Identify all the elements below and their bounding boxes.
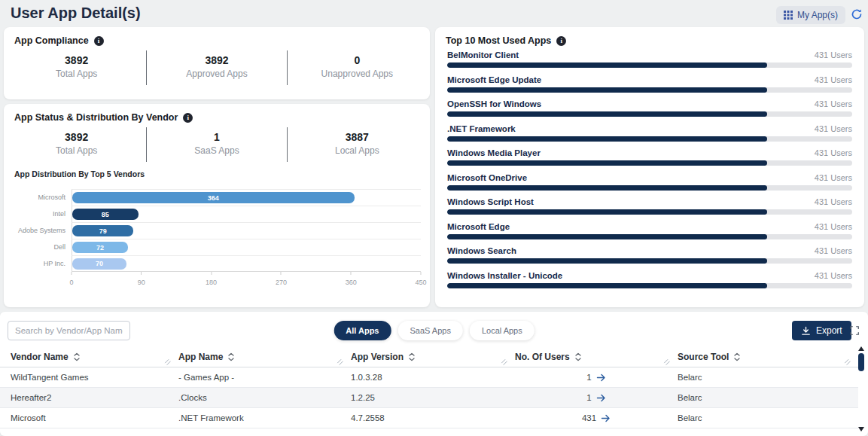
users-count: 1 (586, 393, 591, 402)
list-item[interactable]: Microsoft OneDrive 431 Users (447, 173, 852, 191)
apps-filter-tabs: All Apps SaaS Apps Local Apps (333, 321, 534, 340)
chart-bar[interactable]: 72 (72, 242, 128, 253)
arrow-right-icon[interactable] (596, 394, 606, 402)
column-resize-handle[interactable] (844, 358, 851, 365)
users-count: 431 (582, 413, 596, 422)
status-stats: 3892 Total Apps 1 SaaS Apps 3887 Local A… (4, 127, 430, 162)
stat-block: 0 Unapproved Apps (287, 50, 427, 85)
app-name: .NET Framework (447, 124, 516, 133)
stat-label: Approved Apps (147, 69, 286, 79)
sort-icon[interactable] (73, 352, 81, 361)
usage-bar-track (447, 234, 852, 239)
chart-bar[interactable]: 364 (72, 192, 355, 203)
cell-source-tool: Belarc (678, 373, 858, 382)
usage-bar-track (447, 87, 852, 93)
column-header[interactable]: App Name (178, 352, 351, 362)
scroll-down-arrow[interactable] (858, 427, 864, 431)
filter-tab[interactable]: Local Apps (470, 321, 535, 340)
usage-bar-track (447, 63, 852, 68)
search-input[interactable] (8, 321, 130, 340)
chart-bar-value: 85 (102, 211, 109, 218)
list-item[interactable]: Microsoft Edge Update 431 Users (447, 75, 852, 93)
scrollbar-thumb[interactable] (858, 353, 864, 371)
list-item[interactable]: Windows Search 431 Users (447, 246, 852, 264)
chart-bar-value: 79 (99, 227, 107, 235)
column-header[interactable]: No. Of Users (515, 352, 678, 362)
chart-bar-value: 72 (96, 244, 104, 252)
list-item[interactable]: OpenSSH for Windows 431 Users (447, 99, 852, 117)
chart-bar[interactable]: 79 (72, 225, 133, 236)
filter-tab[interactable]: SaaS Apps (397, 321, 462, 340)
list-item[interactable]: Windows Script Host 431 Users (447, 197, 852, 215)
cell-app-version: 1.2.25 (351, 393, 515, 402)
sort-icon[interactable] (227, 352, 235, 361)
filter-tab[interactable]: All Apps (333, 321, 391, 340)
chart-bar-value: 364 (208, 194, 219, 202)
app-users-count: 431 Users (815, 99, 852, 108)
app-name: Microsoft Edge (447, 222, 510, 231)
download-icon (801, 326, 811, 336)
scroll-up-arrow[interactable] (858, 346, 864, 351)
refresh-icon[interactable] (851, 8, 864, 21)
table-row[interactable]: Hereafter2 .Clocks 1.2.25 1 Belarc (0, 388, 858, 408)
app-status-title: App Status & Distribution By Vendor (14, 112, 178, 123)
list-item[interactable]: .NET Framework 431 Users (447, 124, 852, 142)
chart-row: Microsoft 364 (8, 189, 421, 206)
table-row[interactable]: Microsoft .NET Framework 4.7.2558 431 Be… (0, 408, 858, 428)
vendor-bar-chart: Microsoft 364 Intel 85 (4, 178, 430, 291)
my-apps-button[interactable]: My App(s) (776, 6, 845, 24)
app-users-count: 431 Users (815, 246, 852, 255)
info-icon[interactable]: i (183, 113, 193, 123)
chart-bar[interactable]: 70 (72, 258, 126, 270)
table-scrollbar[interactable] (857, 346, 865, 431)
cell-users: 431 (582, 413, 611, 422)
chart-plot-cell: 364 (72, 189, 421, 206)
chart-row: Dell 72 (8, 239, 421, 255)
app-users-count: 431 Users (815, 222, 852, 231)
column-resize-handle[interactable] (164, 358, 171, 365)
fullscreen-icon[interactable] (849, 325, 861, 337)
app-name: Windows Installer - Unicode (447, 271, 562, 280)
chart-bar[interactable]: 85 (72, 209, 139, 220)
arrow-right-icon[interactable] (601, 414, 611, 422)
tick-label: 360 (346, 279, 357, 286)
column-resize-handle[interactable] (501, 358, 507, 365)
cell-source-tool: Belarc (678, 393, 858, 402)
stat-block: 3887 Local Apps (287, 127, 427, 162)
stat-value: 3892 (7, 54, 146, 66)
list-item[interactable]: Microsoft Edge 431 Users (447, 222, 852, 239)
column-header[interactable]: Vendor Name (11, 352, 178, 362)
app-users-count: 431 Users (815, 197, 852, 206)
list-item[interactable]: BelMonitor Client 431 Users (447, 50, 852, 68)
cell-vendor-name: Microsoft (11, 413, 178, 422)
table-row[interactable]: WildTangent Games - Games App - 1.0.3.28… (0, 367, 858, 388)
list-item[interactable]: Windows Media Player 431 Users (447, 148, 852, 166)
column-header[interactable]: Source Tool (678, 352, 858, 362)
x-axis-tick: 270 (276, 272, 287, 286)
stat-value: 3892 (147, 54, 286, 66)
sort-icon[interactable] (408, 352, 416, 361)
sort-icon[interactable] (574, 352, 582, 361)
export-button[interactable]: Export (792, 321, 851, 340)
app-users-count: 431 Users (815, 75, 852, 84)
top-apps-list: BelMonitor Client 431 Users Microsoft Ed… (435, 46, 864, 288)
chart-bar-value: 70 (96, 260, 103, 267)
stat-block: 3892 Total Apps (7, 127, 146, 162)
list-item[interactable]: Windows Installer - Unicode 431 Users (447, 271, 852, 288)
usage-bar-fill (447, 283, 767, 288)
cell-source-tool: Belarc (678, 413, 858, 422)
app-users-count: 431 Users (815, 124, 852, 133)
info-icon[interactable]: i (556, 36, 566, 46)
column-header[interactable]: App Version (351, 352, 515, 362)
sort-icon[interactable] (733, 352, 741, 361)
column-resize-handle[interactable] (337, 358, 343, 365)
usage-bar-fill (447, 160, 767, 166)
chart-row: HP Inc. 70 (8, 255, 421, 272)
column-header-label: Vendor Name (11, 352, 69, 362)
tick-label: 0 (69, 279, 73, 286)
arrow-right-icon[interactable] (596, 373, 606, 382)
stat-label: Total Apps (7, 145, 146, 156)
chart-category-label: Dell (8, 243, 72, 251)
info-icon[interactable]: i (94, 36, 104, 46)
column-resize-handle[interactable] (663, 358, 670, 365)
